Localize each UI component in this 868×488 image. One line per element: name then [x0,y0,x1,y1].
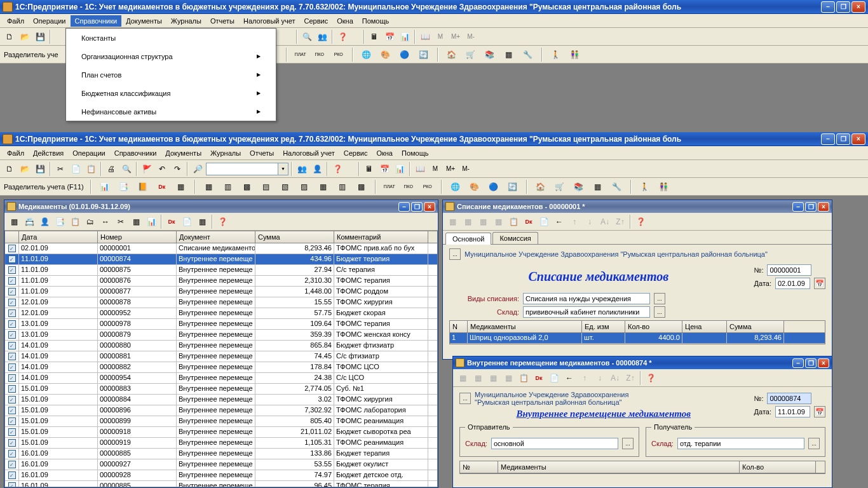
close-button[interactable]: × [424,202,435,212]
wt-dk-icon[interactable]: Dк [522,215,536,229]
refresh-icon[interactable]: 🔄 [506,180,520,194]
print-preview-icon[interactable]: 🔍 [119,162,133,176]
maximize-button[interactable]: ❐ [411,202,423,212]
table-row[interactable]: ✓15.01.0900000896Внутреннее перемеще7,30… [5,405,437,416]
close-button[interactable]: × [818,358,829,368]
rko-icon[interactable]: РКО [421,180,435,194]
open-icon[interactable]: 📂 [18,162,32,176]
calc-icon[interactable]: 🖩 [367,30,381,44]
menu-Действия[interactable]: Действия [29,147,68,159]
new-icon[interactable]: 🗋 [3,30,17,44]
rainbow-icon[interactable]: 🔵 [487,180,501,194]
jt-icon-4[interactable]: 📑 [53,215,67,229]
calendar-icon[interactable]: 📅 [383,30,397,44]
jt-dk-icon[interactable]: Dк [165,215,179,229]
plat-icon[interactable]: ПЛАТ [294,48,308,62]
menu-Сервис[interactable]: Сервис [300,15,333,27]
table-row[interactable]: ✓14.01.0900000954Внутреннее перемеще24.3… [5,373,437,384]
tt-dk-icon[interactable]: Dк [532,371,546,385]
jt-icon-10[interactable]: 📊 [144,215,158,229]
menu-Окна[interactable]: Окна [372,147,397,159]
dropdown-item[interactable]: Константы [66,29,276,47]
table-row[interactable]: ✓14.01.0900000881Внутреннее перемеще74.4… [5,351,437,362]
menu-Документы[interactable]: Документы [161,147,206,159]
flag-icon[interactable]: 🚩 [140,162,154,176]
sklad-send-button[interactable]: ... [622,438,634,449]
sklad-recv-input[interactable] [677,438,804,449]
calc-icon[interactable]: 🖩 [362,162,376,176]
wt-sort-desc-icon[interactable]: Z↑ [613,215,627,229]
column-header[interactable]: Медикаменты [468,321,582,332]
tools-icon[interactable]: 🔧 [521,48,535,62]
table-row[interactable]: ✓15.01.0900000883Внутреннее перемеще2,77… [5,384,437,395]
binoculars-icon[interactable]: 👥 [295,162,309,176]
icon-d[interactable]: ▤ [259,180,273,194]
maximize-button[interactable]: ❐ [836,133,850,145]
vid-select-button[interactable]: ... [654,293,665,304]
table-row[interactable]: ✓16.01.0900000927Внутреннее перемеще53.5… [5,459,437,470]
menu-Справочники[interactable]: Справочники [71,15,122,27]
pko-icon[interactable]: ПКО [313,48,327,62]
jt-icon-2[interactable]: 📇 [22,215,36,229]
tools-icon[interactable]: 🔧 [610,180,624,194]
date-input[interactable] [775,278,810,289]
jt-icon-12[interactable]: ▦ [195,215,209,229]
menu-Журналы[interactable]: Журналы [166,15,206,27]
wt-icon-5[interactable]: 📋 [506,215,520,229]
cart-icon[interactable]: 🛒 [464,48,478,62]
wt-arrow-up-icon[interactable]: ↑ [567,215,581,229]
icon-i[interactable]: ▩ [355,180,369,194]
icon-a[interactable]: ▦ [202,180,216,194]
column-header[interactable]: Цена [682,321,727,332]
people-icon[interactable]: 👥 [315,30,329,44]
column-header[interactable]: Номер [98,231,177,243]
rko-icon[interactable]: РКО [332,48,346,62]
tt-icon-6[interactable]: 📄 [547,371,561,385]
tab-main[interactable]: Основной [445,233,491,245]
table-row[interactable]: ✓11.01.0900000875Внутреннее перемеще27.9… [5,265,437,276]
wt-icon-2[interactable]: ▦ [461,215,475,229]
save-icon[interactable]: 💾 [33,30,47,44]
menu-Журналы[interactable]: Журналы [206,147,245,159]
redo-icon[interactable]: ↷ [170,162,184,176]
num-input[interactable] [767,393,811,404]
table-row[interactable]: ✓02.01.0900000001Списание медикаментов8,… [5,243,437,254]
mplus-button[interactable]: M+ [444,162,458,176]
table-row[interactable]: ✓15.01.0900000884Внутреннее перемеще3.02… [5,395,437,405]
table-row[interactable]: 1Шприц одноразовый 2,0шт.4400.08,293.46 [450,333,825,344]
menu-Налоговый учет[interactable]: Налоговый учет [239,15,300,27]
sklad-recv-button[interactable]: ... [808,438,820,449]
grid-icon[interactable]: ▦ [591,180,605,194]
house-icon[interactable]: 🏠 [445,48,459,62]
num-input[interactable] [767,264,811,276]
table-row[interactable]: ✓11.01.0900000874Внутреннее перемеще434.… [5,254,437,265]
column-header[interactable]: Сумма [727,321,784,332]
chart-icon[interactable]: 📊 [393,162,407,176]
people-icon[interactable]: 👤 [310,162,324,176]
menu-Документы[interactable]: Документы [121,15,166,27]
table-row[interactable]: ✓15.01.0900000899Внутреннее перемеще805.… [5,416,437,427]
table-row[interactable]: ✓11.01.0900000877Внутреннее перемеще1,44… [5,287,437,297]
icon-c[interactable]: ▩ [240,180,254,194]
jt-icon-5[interactable]: 📋 [68,215,82,229]
close-button[interactable]: × [851,1,865,13]
transfer-title-bar[interactable]: Внутреннее перемещение медикаментов - 00… [453,356,832,369]
tt-arrow-down-icon[interactable]: ↓ [593,371,607,385]
menu-Файл[interactable]: Файл [3,15,29,27]
org-select-button[interactable]: ... [459,393,471,404]
tt-sort-desc-icon[interactable]: Z↑ [623,371,637,385]
people2-icon[interactable]: 👫 [568,48,582,62]
writeoff-title-bar[interactable]: Списание медикаментов - 00000001 * – ❐ × [443,200,832,213]
dropdown-item[interactable]: Нефинансовые активы▶ [66,102,276,121]
binoculars-icon[interactable]: 🔍 [300,30,314,44]
layers-icon[interactable]: 📑 [117,180,131,194]
copy-icon[interactable]: 📄 [69,162,83,176]
icon-h[interactable]: ▥ [336,180,349,194]
undo-icon[interactable]: ↶ [155,162,169,176]
table-row[interactable]: ✓12.01.0900000878Внутреннее перемеще15.5… [5,297,437,308]
new-icon[interactable]: 🗋 [3,162,17,176]
find-icon[interactable]: 🔎 [191,162,205,176]
table-row[interactable]: ✓16.01.0900000885Внутреннее перемеще96.4… [5,481,437,487]
jt-icon-7[interactable]: ↔ [98,215,112,229]
book-icon[interactable]: 📖 [418,30,432,44]
